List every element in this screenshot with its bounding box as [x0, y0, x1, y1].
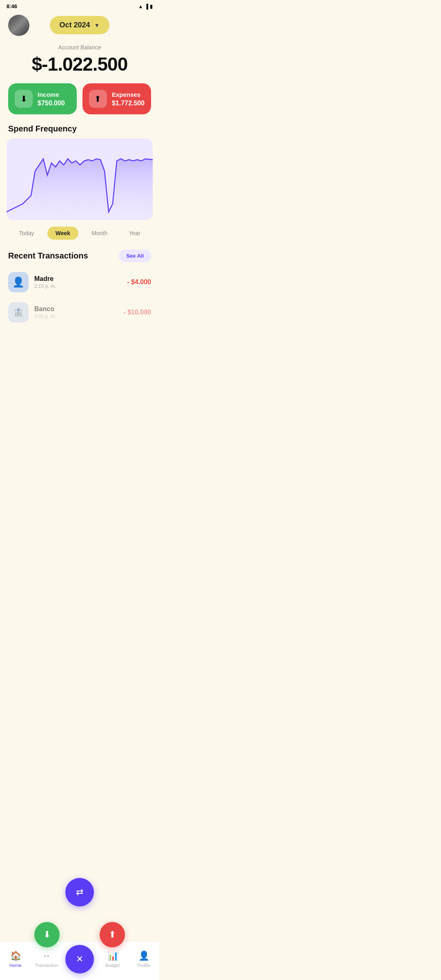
transaction-info-madre: Madre 2:15 p. m.	[34, 275, 121, 289]
income-info: Income $750.000	[38, 91, 65, 107]
avatar-image	[8, 15, 29, 36]
chart-svg	[7, 138, 153, 220]
month-label: Oct 2024	[60, 21, 90, 29]
transaction-avatar-banco: 🏦	[8, 302, 29, 323]
expense-info: Expenses $1.772.500	[112, 91, 145, 107]
transaction-avatar-madre: 👤	[8, 272, 29, 292]
income-card[interactable]: ⬇ Income $750.000	[8, 83, 77, 114]
spend-frequency-title: Spend Frequency	[0, 124, 159, 138]
month-selector-button[interactable]: Oct 2024 ▼	[50, 16, 110, 34]
transaction-info-banco: Banco 3:00 p. m.	[34, 305, 118, 319]
balance-label: Account Balance	[8, 44, 151, 51]
person-icon: 👤	[12, 276, 24, 288]
expense-title: Expenses	[112, 91, 145, 98]
battery-icon: ▮	[150, 4, 153, 9]
status-bar: 8:46 ▲ ▐ ▮	[0, 0, 159, 13]
header: Oct 2024 ▼	[0, 13, 159, 41]
spend-frequency-chart	[7, 138, 153, 220]
recent-transactions-title: Recent Transactions	[8, 251, 88, 261]
tab-week[interactable]: Week	[47, 227, 78, 240]
transaction-amount-madre: - $4.000	[127, 278, 151, 286]
transactions-header: Recent Transactions See All	[0, 246, 159, 267]
expense-card[interactable]: ⬆ Expenses $1.772.500	[82, 83, 151, 114]
chevron-down-icon: ▼	[94, 22, 100, 29]
expense-amount: $1.772.500	[112, 100, 145, 107]
transaction-item-2[interactable]: 🏦 Banco 3:00 p. m. - $10.000	[0, 297, 159, 327]
see-all-button[interactable]: See All	[119, 249, 151, 262]
transaction-name-banco: Banco	[34, 305, 118, 313]
wifi-icon: ▲	[138, 4, 143, 9]
status-icons: ▲ ▐ ▮	[138, 4, 153, 9]
income-icon: ⬇	[15, 90, 33, 108]
period-tabs: Today Week Month Year	[0, 220, 159, 246]
transaction-name-madre: Madre	[34, 275, 121, 283]
tab-month[interactable]: Month	[83, 227, 116, 240]
expense-icon: ⬆	[89, 90, 107, 108]
person-icon-2: 🏦	[12, 307, 24, 318]
main-content: Account Balance $-1.022.500 ⬇ Income $75…	[0, 41, 159, 368]
transaction-item[interactable]: 👤 Madre 2:15 p. m. - $4.000	[0, 267, 159, 297]
avatar[interactable]	[8, 15, 29, 36]
balance-amount: $-1.022.500	[8, 53, 151, 75]
signal-icon: ▐	[145, 4, 148, 9]
tab-year[interactable]: Year	[121, 227, 149, 240]
income-amount: $750.000	[38, 100, 65, 107]
transaction-amount-banco: - $10.000	[123, 309, 151, 316]
tab-today[interactable]: Today	[11, 227, 42, 240]
cards-row: ⬇ Income $750.000 ⬆ Expenses $1.772.500	[0, 83, 159, 124]
transaction-time-madre: 2:15 p. m.	[34, 283, 121, 289]
income-title: Income	[38, 91, 65, 98]
status-time: 8:46	[7, 3, 17, 9]
balance-section: Account Balance $-1.022.500	[0, 41, 159, 83]
transaction-time-banco: 3:00 p. m.	[34, 314, 118, 319]
